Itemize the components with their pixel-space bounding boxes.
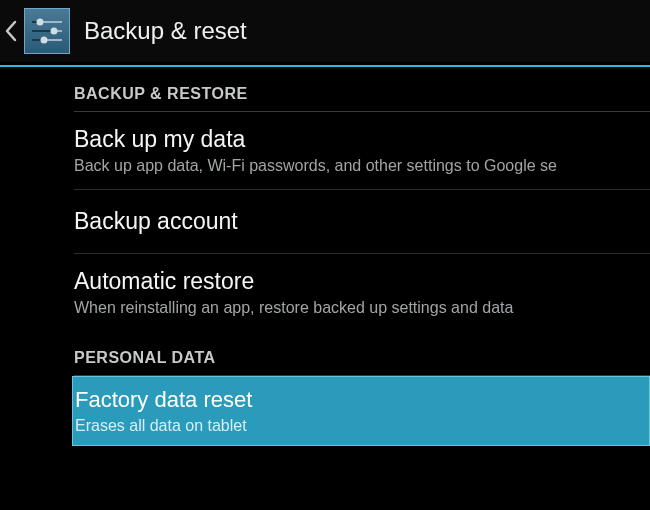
item-subtitle: Erases all data on tablet: [75, 417, 649, 435]
sliders-icon: [28, 12, 66, 50]
item-title: Factory data reset: [75, 387, 649, 413]
section-header-personal-data: PERSONAL DATA: [74, 331, 650, 375]
back-button[interactable]: [4, 17, 18, 45]
backup-account-item[interactable]: Backup account: [74, 190, 650, 253]
item-subtitle: Back up app data, Wi-Fi passwords, and o…: [74, 157, 650, 175]
automatic-restore-item[interactable]: Automatic restore When reinstalling an a…: [74, 254, 650, 331]
item-title: Automatic restore: [74, 268, 650, 295]
chevron-left-icon: [5, 20, 17, 42]
settings-sliders-icon[interactable]: [24, 8, 70, 54]
item-title: Back up my data: [74, 126, 650, 153]
page-title: Backup & reset: [84, 17, 247, 45]
item-title: Backup account: [74, 208, 650, 235]
svg-point-2: [37, 19, 44, 26]
item-subtitle: When reinstalling an app, restore backed…: [74, 299, 650, 317]
section-header-backup-restore: BACKUP & RESTORE: [74, 67, 650, 111]
factory-data-reset-item[interactable]: Factory data reset Erases all data on ta…: [72, 376, 650, 446]
settings-list: BACKUP & RESTORE Back up my data Back up…: [0, 67, 650, 446]
svg-point-8: [41, 37, 48, 44]
backup-my-data-item[interactable]: Back up my data Back up app data, Wi-Fi …: [74, 112, 650, 189]
action-bar: Backup & reset: [0, 0, 650, 62]
svg-point-5: [51, 28, 58, 35]
